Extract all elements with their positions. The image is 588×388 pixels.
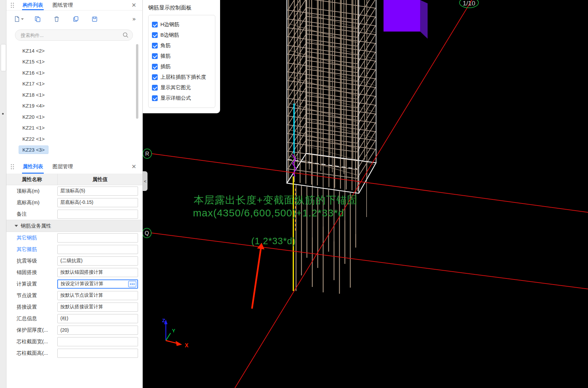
- property-value-text: 层顶标高(5): [60, 188, 85, 194]
- property-value-text: (二级抗震): [60, 258, 82, 264]
- drag-handle-icon[interactable]: [11, 2, 15, 8]
- property-value-input[interactable]: (二级抗震): [57, 256, 138, 266]
- rebar-option[interactable]: 箍筋: [152, 51, 212, 61]
- property-value-text: (柱): [60, 315, 68, 322]
- checkbox-checked-icon[interactable]: [152, 43, 158, 48]
- checkbox-checked-icon[interactable]: [152, 85, 158, 91]
- panel-collapse-handle[interactable]: <: [143, 171, 148, 191]
- property-group-row[interactable]: 钢筋业务属性: [6, 220, 142, 232]
- x-axis-arrow-icon: [176, 341, 182, 346]
- delete-button[interactable]: [49, 13, 64, 25]
- search-input[interactable]: [15, 30, 133, 41]
- property-name[interactable]: 其它箍筋: [17, 246, 57, 253]
- rebar-option-label: 上层柱插筋下插长度: [160, 74, 206, 80]
- rebar-option[interactable]: 角筋: [152, 40, 212, 51]
- property-row: 芯柱截面宽(...: [6, 336, 142, 347]
- svg-text:Y: Y: [172, 328, 175, 333]
- property-name: 汇总信息: [17, 315, 57, 322]
- property-value-input[interactable]: [57, 245, 138, 254]
- property-value-input[interactable]: (柱): [57, 314, 138, 323]
- viewport-3d[interactable]: R Q 1/10 本层露出长度+变截面纵筋的下锚固 max(4350/6,600…: [143, 0, 588, 388]
- grid-bubble-r: R: [143, 149, 152, 158]
- new-file-icon: [14, 16, 20, 22]
- component-list-item[interactable]: KZ17 <1>: [19, 78, 142, 90]
- more-tools-button[interactable]: »: [131, 15, 138, 23]
- property-value-input[interactable]: 层顶标高(5): [57, 187, 138, 196]
- copy-icon: [34, 16, 41, 22]
- property-row: 保护层厚度(...(20): [6, 324, 142, 336]
- component-list-panel: 构件列表 图纸管理 ✕: [6, 0, 143, 160]
- property-row: 其它箍筋: [6, 244, 142, 255]
- property-value-input[interactable]: (20): [57, 326, 138, 335]
- tab-component-list[interactable]: 构件列表: [18, 0, 48, 10]
- property-name: 顶标高(m): [17, 188, 57, 194]
- component-list-item[interactable]: KZ22 <1>: [19, 133, 142, 144]
- rebar-option[interactable]: 插筋: [152, 61, 212, 72]
- property-name: 芯柱截面高(...: [17, 350, 57, 356]
- checkbox-checked-icon[interactable]: [152, 32, 158, 38]
- component-list-item[interactable]: KZ20 <1>: [19, 111, 142, 122]
- property-name: 芯柱截面宽(...: [17, 338, 57, 345]
- property-value-input[interactable]: 按默认锚固搭接计算: [57, 268, 138, 277]
- property-name: 底标高(m): [17, 199, 57, 206]
- component-list-item[interactable]: KZ23 <3>: [19, 144, 142, 156]
- dropdown-caret-icon[interactable]: [21, 18, 24, 20]
- rebar-cage: [288, 0, 376, 294]
- close-icon[interactable]: ✕: [130, 163, 138, 170]
- component-list: KZ14 <2>KZ15 <1>KZ16 <1>KZ17 <1>KZ18 <1>…: [6, 45, 142, 155]
- component-item-label: KZ23 <3>: [19, 146, 48, 154]
- side-rail-tab[interactable]: [1, 44, 6, 71]
- checkbox-checked-icon[interactable]: [152, 95, 158, 101]
- property-row: 抗震等级(二级抗震): [6, 255, 142, 267]
- property-row: 备注: [6, 208, 142, 220]
- component-list-item[interactable]: KZ14 <2>: [19, 45, 142, 56]
- rebar-option[interactable]: 显示详细公式: [152, 93, 212, 103]
- copy-button[interactable]: [30, 13, 45, 25]
- property-value-input[interactable]: 层底标高(-0.15): [57, 198, 138, 207]
- property-value-input[interactable]: [57, 233, 138, 242]
- component-list-item[interactable]: KZ19 <4>: [19, 100, 142, 112]
- property-value-input[interactable]: [57, 349, 138, 358]
- more-options-button[interactable]: ⋯: [128, 281, 136, 287]
- property-row: 芯柱截面高(...: [6, 347, 142, 359]
- property-value-input[interactable]: [57, 337, 138, 346]
- svg-text:Z: Z: [162, 317, 165, 323]
- component-item-label: KZ15 <1>: [19, 57, 48, 66]
- checkbox-checked-icon[interactable]: [152, 22, 158, 27]
- grid-bubble-top: 1/10: [459, 0, 478, 8]
- property-table-body: 顶标高(m)层顶标高(5)底标高(m)层底标高(-0.15)备注钢筋业务属性其它…: [6, 185, 142, 359]
- property-value-input[interactable]: 按默认节点设置计算: [57, 291, 138, 300]
- property-value-text: 按默认锚固搭接计算: [60, 269, 103, 275]
- checkbox-checked-icon[interactable]: [152, 74, 158, 80]
- property-value-input[interactable]: 按设定计算设置计算⋯: [57, 279, 138, 289]
- purple-wall-element: [384, 0, 428, 39]
- property-value-text: 层底标高(-0.15): [60, 199, 93, 206]
- component-list-item[interactable]: KZ21 <1>: [19, 122, 142, 134]
- property-value-input[interactable]: 按默认搭接设置计算: [57, 303, 138, 312]
- scrollbar-thumb[interactable]: [136, 44, 138, 119]
- drag-handle-icon[interactable]: [11, 164, 15, 169]
- component-list-item[interactable]: KZ16 <1>: [19, 67, 142, 78]
- checkbox-checked-icon[interactable]: [152, 53, 158, 59]
- side-rail: [0, 0, 6, 388]
- rebar-option[interactable]: H边钢筋: [152, 19, 212, 30]
- component-item-label: KZ22 <1>: [19, 135, 48, 143]
- tab-property-list[interactable]: 属性列表: [18, 159, 48, 174]
- rebar-panel-title: 钢筋显示控制面板: [143, 0, 220, 15]
- tab-layer-management[interactable]: 图层管理: [48, 159, 78, 174]
- clone-button[interactable]: [68, 13, 83, 25]
- component-list-item[interactable]: KZ15 <1>: [19, 56, 142, 67]
- column-header-value: 属性值: [58, 174, 142, 185]
- property-name[interactable]: 其它钢筋: [17, 235, 57, 241]
- new-component-button[interactable]: [11, 13, 26, 25]
- component-item-label: KZ20 <1>: [19, 113, 48, 121]
- rebar-option[interactable]: B边钢筋: [152, 30, 212, 40]
- close-icon[interactable]: ✕: [130, 2, 138, 8]
- store-button[interactable]: [87, 13, 102, 25]
- tab-drawing-management[interactable]: 图纸管理: [48, 0, 78, 10]
- rebar-option[interactable]: 显示其它图元: [152, 82, 212, 93]
- rebar-option[interactable]: 上层柱插筋下插长度: [152, 72, 212, 82]
- property-value-input[interactable]: [57, 210, 138, 219]
- component-list-item[interactable]: KZ18 <1>: [19, 89, 142, 100]
- checkbox-checked-icon[interactable]: [152, 64, 158, 70]
